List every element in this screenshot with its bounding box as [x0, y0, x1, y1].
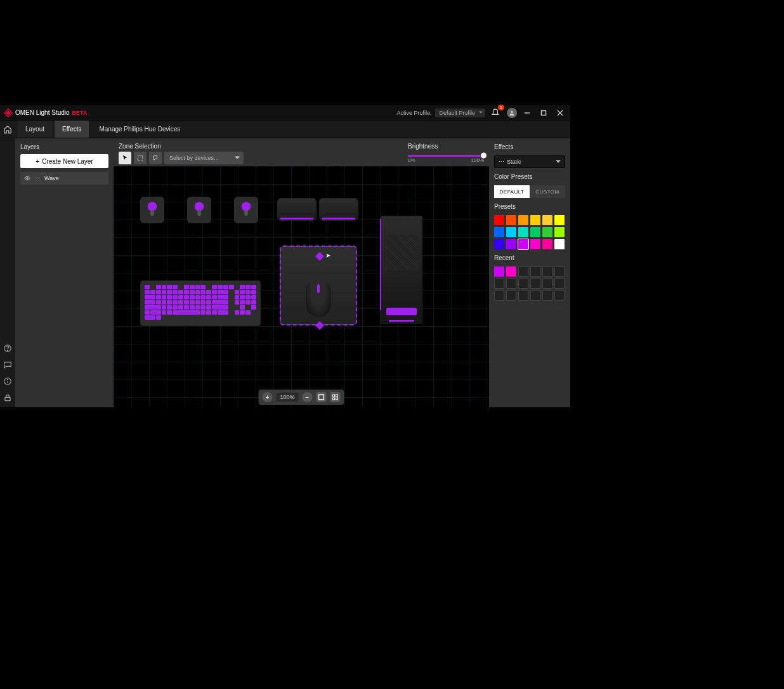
device-select-placeholder: Select by devices... — [169, 155, 219, 161]
visibility-toggle-icon[interactable] — [24, 175, 30, 181]
recent-color-swatch[interactable] — [518, 279, 528, 289]
recent-color-swatch[interactable] — [494, 266, 504, 277]
canvas-grid: ➤ — [114, 166, 489, 407]
info-icon[interactable] — [3, 377, 12, 386]
recent-color-swatch[interactable] — [518, 291, 528, 301]
device-monitor-1[interactable] — [277, 198, 317, 221]
device-bulb-3[interactable] — [234, 197, 258, 223]
recent-color-swatch[interactable] — [494, 291, 504, 301]
svg-marker-1 — [6, 110, 11, 115]
recent-color-swatch[interactable] — [554, 266, 565, 277]
effects-panel: Effects ⋯ Static Color Presets DEFAULT C… — [489, 138, 570, 407]
color-swatch[interactable] — [494, 227, 504, 237]
canvas-area[interactable]: ➤ — [114, 166, 489, 407]
active-profile-label: Active Profile: — [396, 110, 431, 116]
window-maximize-button[interactable] — [537, 107, 550, 119]
color-swatch[interactable] — [530, 227, 540, 237]
color-swatch[interactable] — [494, 215, 504, 225]
recent-color-swatch[interactable] — [542, 266, 552, 277]
tab-manage-hue[interactable]: Manage Philips Hue Devices — [91, 121, 188, 138]
svg-rect-12 — [5, 397, 10, 400]
home-button[interactable] — [0, 121, 15, 138]
beta-badge: BETA — [72, 110, 88, 116]
tab-layout[interactable]: Layout — [18, 121, 52, 138]
left-rail — [0, 138, 15, 407]
color-presets-title: Color Presets — [494, 173, 565, 180]
color-swatch[interactable] — [554, 227, 565, 237]
color-swatch[interactable] — [518, 239, 528, 249]
tab-effects[interactable]: Effects — [55, 121, 89, 138]
recent-color-swatch[interactable] — [542, 291, 552, 301]
color-swatch[interactable] — [518, 215, 528, 225]
color-swatch[interactable] — [554, 239, 565, 249]
preset-mode-default[interactable]: DEFAULT — [494, 185, 530, 198]
recent-color-swatch[interactable] — [530, 291, 540, 301]
color-swatch[interactable] — [542, 239, 552, 249]
recent-color-swatch[interactable] — [530, 279, 540, 289]
svg-point-13 — [27, 178, 29, 180]
grid-toggle-button[interactable] — [330, 392, 341, 402]
color-swatch[interactable] — [530, 239, 540, 249]
recent-color-swatch[interactable] — [518, 266, 528, 277]
selection-pointer-tool[interactable] — [119, 152, 131, 164]
color-swatch[interactable] — [542, 215, 552, 225]
window-close-button[interactable] — [554, 107, 566, 119]
recent-color-swatch[interactable] — [494, 279, 504, 289]
recent-color-swatch[interactable] — [542, 279, 552, 289]
recent-color-swatch[interactable] — [506, 279, 516, 289]
color-swatch[interactable] — [506, 215, 516, 225]
marquee-tool[interactable] — [134, 152, 147, 164]
lasso-tool[interactable] — [149, 152, 162, 164]
help-icon[interactable] — [3, 344, 12, 353]
zoom-in-button[interactable]: + — [262, 392, 272, 402]
color-swatch[interactable] — [518, 227, 528, 237]
device-monitor-2[interactable] — [319, 198, 358, 221]
app-logo-icon — [4, 108, 13, 117]
zoom-out-button[interactable]: − — [303, 392, 313, 402]
brightness-slider[interactable]: 0% 100% — [408, 154, 484, 163]
notifications-button[interactable]: 1 — [489, 107, 502, 119]
color-swatch[interactable] — [530, 215, 540, 225]
svg-rect-16 — [150, 210, 154, 216]
color-swatch[interactable] — [506, 239, 516, 249]
tower-mesh-panel — [385, 235, 418, 270]
recent-color-swatch[interactable] — [554, 291, 565, 301]
layer-options-icon[interactable]: ⋯ — [34, 175, 41, 181]
color-swatch[interactable] — [494, 239, 504, 249]
layers-title: Layers — [20, 143, 108, 150]
profile-dropdown[interactable]: Default Profile — [435, 108, 485, 117]
effect-type-dropdown[interactable]: ⋯ Static — [494, 155, 565, 168]
create-layer-button[interactable]: + Create New Layer — [20, 154, 108, 168]
device-mousepad[interactable]: ➤ — [280, 246, 356, 325]
window-minimize-button[interactable] — [521, 107, 533, 119]
device-bulb-2[interactable] — [187, 197, 211, 223]
color-swatch[interactable] — [506, 227, 516, 237]
lock-icon[interactable] — [3, 393, 12, 402]
layer-row[interactable]: ⋯ Wave — [20, 172, 108, 185]
recent-color-swatch[interactable] — [506, 266, 516, 277]
color-swatch[interactable] — [554, 215, 565, 225]
svg-rect-23 — [336, 395, 338, 397]
tower-bottom-led — [386, 308, 417, 315]
device-select-dropdown[interactable]: Select by devices... — [164, 152, 244, 164]
recent-color-swatch[interactable] — [506, 291, 516, 301]
feedback-icon[interactable] — [3, 360, 12, 369]
fit-to-screen-button[interactable] — [317, 392, 327, 402]
preset-swatch-grid — [494, 215, 565, 249]
device-bulb-1[interactable] — [140, 197, 164, 223]
layer-name: Wave — [44, 175, 59, 181]
device-mouse[interactable] — [306, 279, 331, 317]
svg-point-8 — [8, 350, 8, 351]
recent-color-swatch[interactable] — [554, 279, 565, 289]
svg-rect-18 — [197, 210, 201, 216]
dots-icon: ⋯ — [499, 159, 504, 165]
svg-rect-4 — [542, 110, 546, 115]
svg-rect-20 — [244, 210, 248, 216]
led-node-handle[interactable] — [315, 252, 324, 261]
device-pc-tower[interactable] — [381, 216, 422, 324]
device-keyboard[interactable] — [140, 280, 261, 326]
color-swatch[interactable] — [542, 227, 552, 237]
user-avatar[interactable] — [507, 108, 517, 118]
preset-mode-custom[interactable]: CUSTOM — [530, 185, 565, 198]
recent-color-swatch[interactable] — [530, 266, 540, 277]
